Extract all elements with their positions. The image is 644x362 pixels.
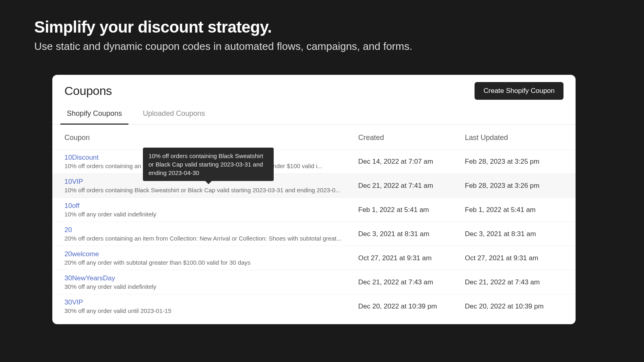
coupon-link[interactable]: 30NewYearsDay (64, 274, 358, 282)
panel-header: Coupons Create Shopify Coupon (52, 75, 576, 104)
updated-date: Dec 3, 2021 at 8:31 am (465, 230, 564, 238)
coupon-description: 10% off orders containing Black Sweatshi… (64, 187, 346, 193)
updated-date: Dec 20, 2022 at 10:39 pm (465, 302, 564, 311)
table-row[interactable]: 10off 10% off any order valid indefinite… (52, 197, 576, 222)
hero-title: Simplify your discount strategy. (34, 18, 610, 36)
coupon-link[interactable]: 20welcome (64, 250, 358, 258)
updated-date: Oct 27, 2021 at 9:31 am (465, 254, 564, 262)
column-updated: Last Updated (465, 134, 564, 142)
updated-date: Feb 1, 2022 at 5:41 am (465, 206, 564, 214)
coupon-link[interactable]: 10off (64, 202, 358, 210)
column-created: Created (358, 134, 465, 142)
coupon-link[interactable]: 30VIP (64, 298, 358, 306)
updated-date: Feb 28, 2023 at 3:25 pm (465, 158, 564, 166)
column-coupon: Coupon (64, 134, 358, 142)
table-row[interactable]: 30VIP 30% off any order valid until 2023… (52, 294, 576, 318)
table-header: Coupon Created Last Updated (52, 125, 576, 149)
updated-date: Dec 21, 2022 at 7:43 am (465, 278, 564, 286)
coupon-link[interactable]: 20 (64, 226, 358, 234)
hero-subtitle: Use static and dynamic coupon codes in a… (34, 40, 610, 53)
created-date: Dec 14, 2022 at 7:07 am (358, 158, 465, 166)
coupon-description: 30% off any order valid until 2023-01-15 (64, 307, 346, 314)
coupon-description: 20% off orders containing an item from C… (64, 235, 346, 242)
tab-uploaded-coupons[interactable]: Uploaded Coupons (140, 104, 207, 124)
created-date: Oct 27, 2021 at 9:31 am (358, 254, 465, 262)
tooltip: 10% off orders containing Black Sweatshi… (143, 148, 274, 181)
coupons-panel: Coupons Create Shopify Coupon Shopify Co… (52, 75, 576, 324)
create-shopify-coupon-button[interactable]: Create Shopify Coupon (475, 82, 564, 100)
coupon-description: 10% off any order valid indefinitely (64, 211, 346, 218)
table-row[interactable]: 20 20% off orders containing an item fro… (52, 222, 576, 246)
coupon-description: 30% off any order valid indefinitely (64, 283, 346, 290)
table-row[interactable]: 10Discount 10% off orders containing an … (52, 149, 576, 173)
created-date: Dec 21, 2022 at 7:41 am (358, 182, 465, 190)
table-row[interactable]: 30NewYearsDay 30% off any order valid in… (52, 270, 576, 294)
created-date: Dec 20, 2022 at 10:39 pm (358, 302, 465, 311)
tab-shopify-coupons[interactable]: Shopify Coupons (64, 104, 124, 124)
created-date: Dec 21, 2022 at 7:43 am (358, 278, 465, 286)
panel-title: Coupons (64, 84, 112, 98)
table-row[interactable]: 10VIP 10% off orders containing Black Sw… (52, 173, 576, 197)
created-date: Feb 1, 2022 at 5:41 am (358, 206, 465, 214)
table-row[interactable]: 20welcome 20% off any order with subtota… (52, 246, 576, 270)
created-date: Dec 3, 2021 at 8:31 am (358, 230, 465, 238)
coupon-description: 20% off any order with subtotal greater … (64, 259, 346, 266)
tabs: Shopify Coupons Uploaded Coupons (52, 104, 576, 125)
updated-date: Feb 28, 2023 at 3:26 pm (465, 182, 564, 190)
